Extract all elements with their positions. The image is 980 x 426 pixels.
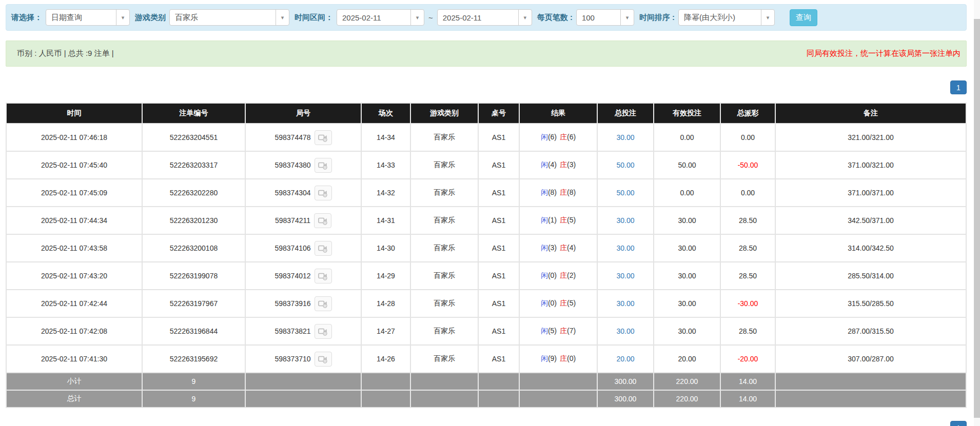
- round-id-text: 598374304: [275, 189, 310, 197]
- cell-table-no: AS1: [478, 124, 519, 151]
- result-player-label: 闲: [541, 188, 548, 196]
- result-banker-label: 庄: [560, 354, 567, 362]
- scrollbar-thumb[interactable]: [974, 19, 980, 418]
- chevron-down-icon: ▾: [410, 10, 424, 25]
- page-size-select[interactable]: 100 ▾: [576, 9, 634, 26]
- cell-game: 百家乐: [410, 179, 478, 207]
- total-bet-link[interactable]: 30.00: [616, 244, 634, 252]
- cell-bet-id: 522263195692: [142, 345, 245, 373]
- pagination-bottom: 1: [6, 421, 967, 426]
- video-camera-icon: [318, 355, 328, 363]
- vertical-scrollbar[interactable]: [974, 0, 980, 426]
- cell-game: 百家乐: [410, 207, 478, 234]
- cell-time: 2025-02-11 07:41:30: [6, 345, 142, 373]
- cell-time: 2025-02-11 07:42:08: [6, 317, 142, 345]
- header-payout: 总派彩: [720, 103, 775, 124]
- video-replay-button[interactable]: [315, 130, 332, 145]
- date-from-select[interactable]: 2025-02-11 ▾: [337, 9, 424, 26]
- header-table-no: 桌号: [478, 103, 519, 124]
- video-replay-button[interactable]: [315, 186, 332, 200]
- chevron-down-icon: ▾: [761, 10, 774, 25]
- cell-result: 闲(0)庄(2): [519, 262, 597, 290]
- total-bet-link[interactable]: 30.00: [616, 272, 634, 280]
- table-header: 时间 注单编号 局号 场次 游戏类别 桌号 结果 总投注 有效投注 总派彩 备注: [6, 103, 966, 124]
- cell-remark: 342.50/371.00: [775, 207, 966, 234]
- search-button[interactable]: 查询: [790, 9, 817, 26]
- page-1-button[interactable]: 1: [950, 421, 967, 426]
- summary-bar: 币别 : 人民币 | 总共 :9 注单 | 同局有效投注，统一计算在该局第一张注…: [6, 40, 967, 67]
- cell-game: 百家乐: [410, 317, 478, 345]
- time-sort-select[interactable]: 降幂(由大到小) ▾: [678, 9, 775, 26]
- total-bet-link[interactable]: 30.00: [616, 133, 634, 141]
- result-banker-points: (0): [567, 354, 576, 362]
- filter-bar: 请选择： 日期查询 ▾ 游戏类别 百家乐 ▾ 时间区间： 2025-02-11 …: [6, 4, 967, 31]
- result-banker-points: (4): [567, 244, 576, 252]
- query-type-value: 日期查询: [46, 10, 116, 25]
- cell-total-bet: 30.00: [597, 262, 654, 290]
- header-time: 时间: [6, 103, 142, 124]
- round-id-text: 598374106: [275, 244, 310, 252]
- result-player-label: 闲: [541, 299, 548, 307]
- query-type-select[interactable]: 日期查询 ▾: [46, 9, 130, 26]
- cell-bet-id: 522263202280: [142, 179, 245, 207]
- subtotal-total-bet: 300.00: [597, 373, 654, 390]
- total-bet-link[interactable]: 20.00: [616, 355, 634, 363]
- cell-game: 百家乐: [410, 262, 478, 290]
- cell-bet-id: 522263199078: [142, 262, 245, 290]
- header-game: 游戏类别: [410, 103, 478, 124]
- cell-remark: 315.50/285.50: [775, 290, 966, 317]
- video-camera-icon: [318, 133, 328, 142]
- cell-total-bet: 30.00: [597, 207, 654, 234]
- cell-session: 14-27: [361, 317, 410, 345]
- header-session: 场次: [361, 103, 410, 124]
- cell-table-no: AS1: [478, 317, 519, 345]
- header-bet-id: 注单编号: [142, 103, 245, 124]
- cell-bet-id: 522263203317: [142, 151, 245, 179]
- total-bet-link[interactable]: 50.00: [616, 161, 634, 169]
- cell-session: 14-33: [361, 151, 410, 179]
- table-row: 2025-02-11 07:43:20 522263199078 5983740…: [6, 262, 966, 290]
- total-count: 9: [142, 390, 245, 408]
- video-replay-button[interactable]: [315, 241, 332, 256]
- cell-result: 闲(3)庄(4): [519, 234, 597, 262]
- cell-time: 2025-02-11 07:43:20: [6, 262, 142, 290]
- total-bet-link[interactable]: 30.00: [616, 216, 634, 225]
- video-replay-button[interactable]: [315, 324, 332, 339]
- total-bet-link[interactable]: 30.00: [616, 299, 634, 308]
- video-replay-button[interactable]: [315, 296, 332, 311]
- video-replay-button[interactable]: [315, 158, 332, 173]
- game-category-select[interactable]: 百家乐 ▾: [169, 9, 289, 26]
- time-range-label: 时间区间：: [295, 13, 333, 23]
- result-player-label: 闲: [541, 271, 548, 279]
- cell-session: 14-26: [361, 345, 410, 373]
- chevron-down-icon: ▾: [116, 10, 129, 25]
- cell-payout: -50.00: [720, 151, 775, 179]
- result-banker-points: (5): [567, 299, 576, 307]
- cell-payout: 28.50: [720, 207, 775, 234]
- cell-table-no: AS1: [478, 290, 519, 317]
- video-replay-button[interactable]: [315, 269, 332, 283]
- cell-game: 百家乐: [410, 290, 478, 317]
- subtotal-payout: 14.00: [720, 373, 775, 390]
- bet-records-table: 时间 注单编号 局号 场次 游戏类别 桌号 结果 总投注 有效投注 总派彩 备注…: [6, 103, 967, 408]
- video-replay-button[interactable]: [315, 352, 332, 367]
- page-1-button[interactable]: 1: [950, 80, 967, 94]
- video-replay-button[interactable]: [314, 213, 331, 228]
- round-id-text: 598374478: [275, 133, 310, 141]
- total-bet-link[interactable]: 50.00: [616, 189, 634, 197]
- cell-remark: 371.00/321.00: [775, 151, 966, 179]
- total-bet-link[interactable]: 30.00: [616, 327, 634, 335]
- round-id-text: 598373821: [275, 327, 310, 335]
- cell-total-bet: 30.00: [597, 290, 654, 317]
- cell-total-bet: 20.00: [597, 345, 654, 373]
- date-to-select[interactable]: 2025-02-11 ▾: [437, 9, 532, 26]
- table-row: 2025-02-11 07:42:08 522263196844 5983738…: [6, 317, 966, 345]
- video-camera-icon: [318, 161, 328, 170]
- table-row: 2025-02-11 07:42:44 522263197967 5983739…: [6, 290, 966, 317]
- cell-payout: 28.50: [720, 317, 775, 345]
- cell-round-id: 598374478: [245, 124, 361, 151]
- result-banker-label: 庄: [560, 327, 567, 335]
- result-banker-label: 庄: [560, 133, 567, 141]
- cell-bet-id: 522263201230: [142, 207, 245, 234]
- header-result: 结果: [519, 103, 597, 124]
